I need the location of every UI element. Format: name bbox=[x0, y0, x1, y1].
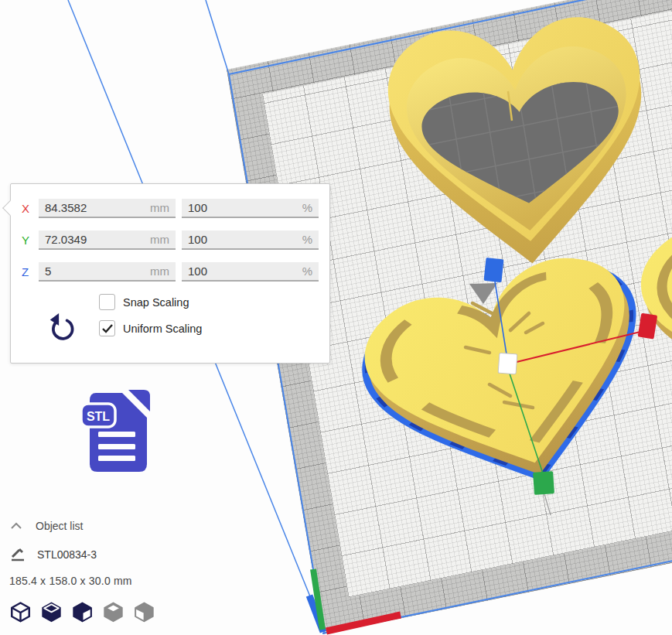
object-list-title: Object list bbox=[36, 520, 83, 532]
reset-scale-button[interactable] bbox=[46, 310, 76, 344]
view-top-icon bbox=[70, 601, 94, 624]
scale-x-mm-input[interactable]: 84.3582 mm bbox=[39, 199, 176, 218]
scale-x-percent-unit: % bbox=[302, 201, 312, 214]
view-front-button[interactable] bbox=[39, 601, 63, 624]
uniform-scaling-checkbox[interactable] bbox=[99, 320, 115, 336]
uniform-scaling-row: Uniform Scaling bbox=[99, 320, 319, 336]
scale-y-percent-input[interactable]: 100 % bbox=[182, 230, 319, 250]
z-axis-label: Z bbox=[22, 265, 39, 278]
scale-x-percent-input[interactable]: 100 % bbox=[182, 199, 319, 218]
scale-x-percent-value: 100 bbox=[188, 201, 207, 214]
scale-y-mm-unit: mm bbox=[150, 233, 169, 246]
scale-y-percent-value: 100 bbox=[188, 233, 207, 246]
scale-handle-z[interactable] bbox=[483, 258, 503, 282]
view-left-button[interactable] bbox=[101, 601, 125, 624]
scale-z-mm-unit: mm bbox=[150, 265, 169, 278]
y-axis-label: Y bbox=[22, 234, 39, 247]
heart-box-model[interactable] bbox=[382, 11, 658, 276]
object-name: STL00834-3 bbox=[37, 548, 97, 561]
cura-3d-viewport: X 84.3582 mm 100 % Y 72.0349 mm 100 % Z bbox=[0, 0, 672, 635]
stl-document-icon: STL bbox=[77, 388, 155, 476]
chevron-up-icon bbox=[9, 521, 23, 531]
object-dimensions: 185.4 x 158.0 x 30.0 mm bbox=[9, 575, 132, 587]
scale-tool-panel: X 84.3582 mm 100 % Y 72.0349 mm 100 % Z bbox=[10, 183, 330, 364]
heart-dip-shadow bbox=[469, 283, 497, 304]
stl-badge-label: STL bbox=[87, 410, 110, 423]
snap-scaling-row: Snap Scaling bbox=[99, 294, 319, 310]
scale-z-mm-input[interactable]: 5 mm bbox=[39, 262, 176, 282]
object-list-item[interactable]: STL00834-3 bbox=[9, 546, 132, 563]
scale-handle-y[interactable] bbox=[533, 471, 554, 495]
scale-y-mm-value: 72.0349 bbox=[45, 233, 87, 246]
scale-row-y: Y 72.0349 mm 100 % bbox=[22, 230, 319, 250]
view-left-icon bbox=[101, 601, 125, 624]
pencil-icon bbox=[9, 546, 26, 563]
scale-x-mm-value: 84.3582 bbox=[45, 201, 87, 214]
snap-scaling-label: Snap Scaling bbox=[123, 296, 189, 309]
reset-rotate-ccw-icon bbox=[46, 311, 76, 342]
view-right-icon bbox=[132, 601, 156, 624]
scale-y-mm-input[interactable]: 72.0349 mm bbox=[39, 230, 176, 250]
camera-view-toolbar bbox=[9, 601, 156, 624]
view-3d-button[interactable] bbox=[9, 601, 32, 624]
scale-handle-center[interactable] bbox=[498, 353, 517, 374]
view-right-button[interactable] bbox=[132, 601, 156, 624]
scale-row-z: Z 5 mm 100 % bbox=[22, 262, 319, 282]
scale-z-percent-value: 100 bbox=[188, 265, 207, 278]
view-3d-icon bbox=[9, 601, 32, 624]
scale-z-mm-value: 5 bbox=[45, 265, 51, 278]
scale-x-mm-unit: mm bbox=[150, 201, 169, 214]
origin-axes-indicator bbox=[309, 569, 401, 632]
object-list-header[interactable]: Object list bbox=[9, 518, 132, 534]
scale-handle-x[interactable] bbox=[638, 313, 658, 340]
origin-x-axis bbox=[326, 615, 401, 631]
scale-row-x: X 84.3582 mm 100 % bbox=[22, 199, 319, 218]
view-front-icon bbox=[39, 601, 63, 624]
scale-z-percent-unit: % bbox=[302, 265, 312, 278]
stl-file-icon: STL bbox=[77, 388, 155, 480]
scale-z-percent-input[interactable]: 100 % bbox=[182, 262, 319, 282]
checkmark-icon bbox=[102, 324, 113, 333]
scale-y-percent-unit: % bbox=[302, 233, 312, 246]
view-top-button[interactable] bbox=[70, 601, 94, 624]
object-list-panel: Object list STL00834-3 185.4 x 158.0 x 3… bbox=[9, 518, 132, 587]
selected-heart-model[interactable] bbox=[352, 242, 669, 514]
y-axis-line-tail bbox=[544, 494, 551, 515]
uniform-scaling-label: Uniform Scaling bbox=[123, 323, 202, 335]
x-axis-label: X bbox=[22, 202, 39, 215]
snap-scaling-checkbox[interactable] bbox=[99, 294, 115, 310]
